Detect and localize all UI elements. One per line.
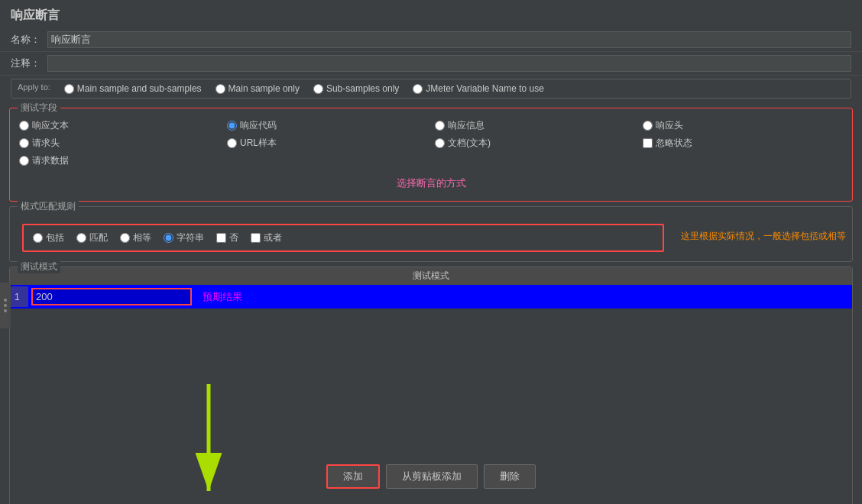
pattern-substring[interactable]: 字符串 <box>164 231 204 244</box>
apply-sub-only-label: Sub-samples only <box>326 83 399 94</box>
pattern-contains[interactable]: 包括 <box>33 231 64 244</box>
comment-label: 注释： <box>11 57 41 70</box>
row-number: 1 <box>10 286 28 307</box>
apply-main-sub[interactable]: Main sample and sub-samples <box>64 83 202 94</box>
ignore-status-label: 忽略状态 <box>656 137 692 150</box>
apply-main-only-label: Main sample only <box>228 83 300 94</box>
test-mode-section-title: 测试模式 <box>18 260 60 273</box>
name-input[interactable] <box>47 31 851 48</box>
pattern-matching-section: 模式匹配规则 包括 匹配 相等 字符串 <box>9 206 853 262</box>
apply-sub-only[interactable]: Sub-samples only <box>313 83 399 94</box>
field-document-text[interactable]: 文档(文本) <box>435 137 635 150</box>
comment-input[interactable] <box>47 55 851 72</box>
pattern-match-label: 匹配 <box>89 231 108 244</box>
apply-main-sub-label: Main sample and sub-samples <box>77 83 202 94</box>
test-mode-header: 测试模式 <box>10 267 852 285</box>
field-url-sample[interactable]: URL样本 <box>227 137 427 150</box>
paste-button[interactable]: 从剪贴板添加 <box>386 464 478 489</box>
pattern-substring-label: 字符串 <box>177 231 204 244</box>
pattern-equals[interactable]: 相等 <box>120 231 151 244</box>
pattern-equals-label: 相等 <box>133 231 151 244</box>
test-mode-expected: 预期结果 <box>195 290 852 304</box>
field-response-code[interactable]: 响应代码 <box>227 119 427 132</box>
pattern-not[interactable]: 否 <box>216 231 238 244</box>
request-head-label: 请求头 <box>32 137 60 150</box>
apply-jmeter-var[interactable]: JMeter Variable Name to use <box>413 83 544 94</box>
pattern-not-label: 否 <box>229 231 238 244</box>
name-label: 名称： <box>11 33 41 47</box>
pattern-or-label: 或者 <box>264 231 282 244</box>
field-request-head[interactable]: 请求头 <box>19 137 219 150</box>
pattern-matching-title: 模式匹配规则 <box>18 200 79 213</box>
bottom-buttons: 添加 从剪贴板添加 删除 <box>0 457 862 496</box>
pattern-match[interactable]: 匹配 <box>76 231 108 244</box>
response-head-label: 响应头 <box>656 119 683 132</box>
pattern-hint: 这里根据实际情况，一般选择包括或相等 <box>681 230 846 243</box>
field-response-text[interactable]: 响应文本 <box>19 119 219 132</box>
test-field-title: 测试字段 <box>18 102 60 115</box>
test-mode-value-input[interactable] <box>31 288 192 305</box>
page-title: 响应断言 <box>0 0 862 28</box>
pattern-contains-label: 包括 <box>46 231 64 244</box>
field-response-head[interactable]: 响应头 <box>643 119 843 132</box>
pattern-or[interactable]: 或者 <box>251 231 282 244</box>
apply-to-label: Apply to: <box>18 82 50 92</box>
table-row: 1 预期结果 <box>10 285 852 309</box>
response-text-label: 响应文本 <box>32 119 69 132</box>
field-response-info[interactable]: 响应信息 <box>435 119 635 132</box>
request-data-label: 请求数据 <box>32 154 69 167</box>
field-ignore-status[interactable]: 忽略状态 <box>643 137 843 150</box>
add-button[interactable]: 添加 <box>326 464 380 489</box>
response-info-label: 响应信息 <box>448 119 484 132</box>
apply-main-only[interactable]: Main sample only <box>216 83 300 94</box>
left-bar <box>0 283 11 328</box>
test-field-section: 测试字段 响应文本 响应代码 响应信息 响应头 请求头 <box>9 108 853 202</box>
url-sample-label: URL样本 <box>240 137 277 150</box>
apply-jmeter-var-label: JMeter Variable Name to use <box>426 83 544 94</box>
field-request-data[interactable]: 请求数据 <box>19 154 219 167</box>
delete-button[interactable]: 删除 <box>484 464 536 489</box>
response-code-label: 响应代码 <box>240 119 277 132</box>
assertion-method-label: 选择断言的方式 <box>397 172 466 193</box>
document-text-label: 文档(文本) <box>448 137 491 150</box>
